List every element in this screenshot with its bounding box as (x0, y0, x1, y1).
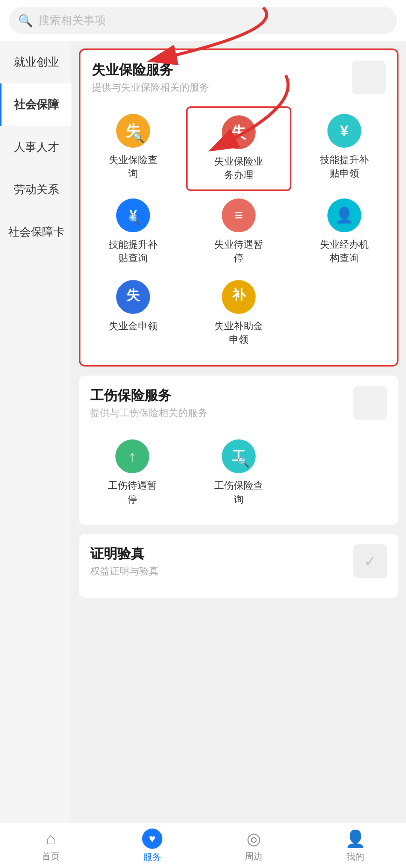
label-ui-subsidy: 失业补助金申领 (214, 319, 263, 347)
sidebar-item-personnel[interactable]: 人事人才 (0, 126, 71, 168)
nav-label-home: 首页 (42, 850, 60, 862)
service-item-ui-pause[interactable]: ≡ 失业待遇暂停 (186, 191, 292, 273)
section-title-certificate: 证明验真 (90, 545, 159, 563)
section-subtitle-unemployment: 提供与失业保险相关的服务 (92, 81, 209, 94)
nav-label-mine: 我的 (346, 851, 364, 863)
search-bar: 🔍 搜索相关事项 (0, 0, 406, 41)
sidebar: 就业创业 社会保障 人事人才 劳动关系 社会保障卡 (0, 41, 71, 834)
icon-ui-org-query: 👤 (327, 198, 361, 232)
section-header-unemployment: 失业保险服务 提供与失业保险相关的服务 (80, 50, 397, 99)
service-item-ui-claim[interactable]: 失 失业金申领 (80, 273, 186, 354)
section-icon-certificate: ✓ (353, 544, 387, 578)
service-item-ui-subsidy[interactable]: 补 失业补助金申领 (186, 273, 292, 354)
section-icon-unemployment (352, 61, 386, 94)
nav-label-service: 服务 (143, 851, 161, 863)
section-title-unemployment: 失业保险服务 (92, 61, 209, 79)
service-item-ui-org-query[interactable]: 👤 失业经办机构查询 (291, 191, 397, 273)
label-wi-pause: 工伤待遇暂停 (108, 479, 157, 506)
nearby-icon: ◎ (247, 829, 261, 848)
icon-ui-handle: 失 (222, 115, 256, 149)
search-placeholder: 搜索相关事项 (38, 13, 106, 28)
service-item-wi-query[interactable]: 工 🔍 工伤保险查询 (185, 432, 292, 514)
icon-wi-query: 工 🔍 (222, 439, 256, 473)
icon-ui-pause: ≡ (222, 198, 256, 232)
sidebar-item-social[interactable]: 社会保障 (0, 83, 71, 126)
bottom-nav: ⌂ 首页 ♥ 服务 ◎ 周边 👤 我的 (0, 823, 406, 868)
service-grid-unemployment: 失 🔍 失业保险查询 失 失业保险业务办理 (80, 99, 397, 365)
nav-item-home[interactable]: ⌂ 首页 (0, 823, 102, 868)
home-icon: ⌂ (46, 829, 56, 848)
nav-item-nearby[interactable]: ◎ 周边 (203, 823, 304, 868)
label-ui-pause: 失业待遇暂停 (214, 238, 263, 265)
service-heart-icon: ♥ (142, 829, 162, 849)
page-wrapper: 🔍 搜索相关事项 就业创业 社会保障 人事人才 劳动关系 社会保障卡 (0, 0, 406, 834)
search-input-wrap[interactable]: 🔍 搜索相关事项 (9, 7, 397, 34)
icon-ui-claim: 失 (116, 280, 150, 314)
icon-skill-query: ¥ 🔍 (116, 198, 150, 232)
label-ui-claim: 失业金申领 (109, 319, 158, 333)
label-wi-query: 工伤保险查询 (214, 479, 263, 506)
section-title-work-injury: 工伤保险服务 (90, 386, 208, 405)
service-item-skill-apply[interactable]: ¥ 技能提升补贴申领 (291, 106, 397, 191)
icon-wi-pause: ↑ (115, 439, 149, 473)
nav-item-service[interactable]: ♥ 服务 (102, 823, 203, 868)
label-ui-query: 失业保险查询 (109, 153, 158, 180)
section-icon-work-injury (353, 386, 387, 420)
sidebar-item-card[interactable]: 社会保障卡 (0, 211, 71, 253)
section-header-work-injury: 工伤保险服务 提供与工伤保险相关的服务 (79, 376, 398, 424)
search-icon: 🔍 (18, 14, 33, 28)
sidebar-item-employment[interactable]: 就业创业 (0, 41, 71, 83)
main-layout: 就业创业 社会保障 人事人才 劳动关系 社会保障卡 失业保险服务 (0, 41, 406, 834)
icon-ui-subsidy: 补 (222, 280, 256, 314)
label-skill-query: 技能提升补贴查询 (109, 238, 158, 265)
mine-icon: 👤 (345, 829, 366, 848)
service-item-skill-query[interactable]: ¥ 🔍 技能提升补贴查询 (80, 191, 186, 273)
section-unemployment: 失业保险服务 提供与失业保险相关的服务 失 🔍 (79, 48, 398, 367)
service-item-ui-handle[interactable]: 失 失业保险业务办理 (186, 106, 292, 191)
icon-skill-apply: ¥ (327, 114, 361, 148)
label-ui-handle: 失业保险业务办理 (214, 155, 263, 182)
service-grid-work-injury: ↑ 工伤待遇暂停 工 🔍 工伤保险查询 (79, 424, 398, 525)
icon-ui-query: 失 🔍 (116, 114, 150, 148)
label-skill-apply: 技能提升补贴申领 (320, 153, 369, 180)
section-work-injury: 工伤保险服务 提供与工伤保险相关的服务 ↑ 工伤待遇暂停 (79, 376, 398, 525)
nav-item-mine[interactable]: 👤 我的 (304, 823, 406, 868)
section-subtitle-work-injury: 提供与工伤保险相关的服务 (90, 406, 208, 420)
section-subtitle-certificate: 权益证明与验真 (90, 565, 159, 578)
content-area: 失业保险服务 提供与失业保险相关的服务 失 🔍 (71, 41, 406, 834)
nav-label-nearby: 周边 (245, 850, 263, 862)
section-header-certificate: 证明验真 权益证明与验真 ✓ (79, 534, 398, 583)
service-item-ui-query[interactable]: 失 🔍 失业保险查询 (80, 106, 186, 191)
label-ui-org-query: 失业经办机构查询 (320, 238, 369, 265)
service-item-wi-pause[interactable]: ↑ 工伤待遇暂停 (79, 432, 185, 514)
section-certificate: 证明验真 权益证明与验真 ✓ (79, 534, 398, 598)
sidebar-item-labor[interactable]: 劳动关系 (0, 168, 71, 211)
